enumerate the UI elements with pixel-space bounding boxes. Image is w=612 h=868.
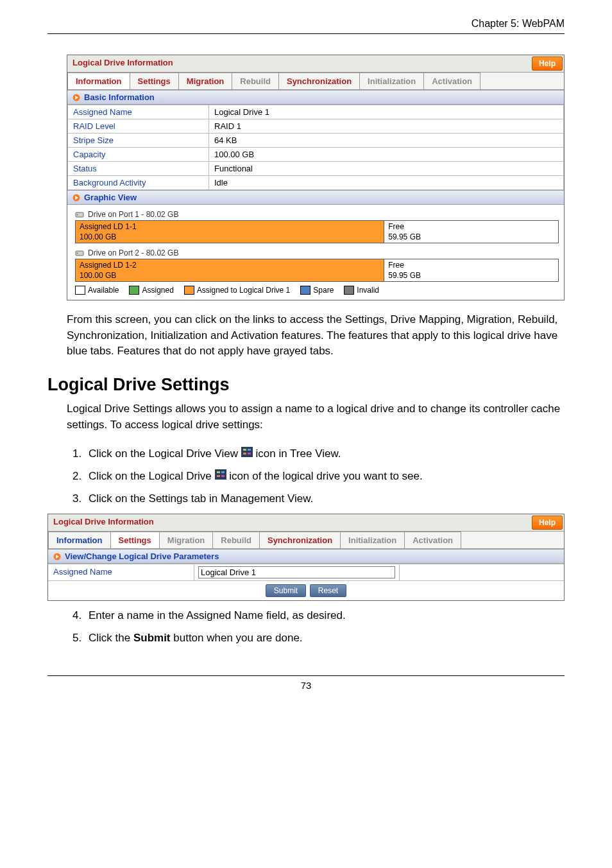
raid-level-value: RAID 1	[209, 119, 564, 134]
logical-drive-info-panel: Logical Drive Information Help Informati…	[67, 55, 565, 300]
assigned-ld-label: Assigned LD 1-1	[80, 222, 137, 231]
help-button[interactable]: Help	[532, 516, 563, 530]
tab-information[interactable]: Information	[48, 532, 111, 549]
tab-row: Information Settings Migration Rebuild S…	[67, 73, 564, 90]
view-change-section: View/Change Logical Drive Parameters	[48, 549, 564, 564]
logical-drive-icon	[215, 470, 230, 482]
assigned-ld-label: Assigned LD 1-2	[80, 261, 137, 270]
panel-title: Logical Drive Information	[48, 514, 531, 531]
body-paragraph: Logical Drive Settings allows you to ass…	[67, 401, 565, 433]
graphic-view-section: Graphic View	[67, 190, 564, 205]
step-text: icon of the logical drive you want to se…	[229, 470, 422, 482]
stripe-size-value: 64 KB	[209, 134, 564, 148]
tab-information[interactable]: Information	[67, 73, 130, 90]
steps-list: Enter a name in the Assigned Name field,…	[47, 606, 565, 648]
svg-rect-11	[215, 469, 226, 480]
step-text: Click the	[89, 632, 133, 644]
capacity-value: 100.00 GB	[209, 148, 564, 162]
help-button[interactable]: Help	[532, 56, 563, 71]
step-item: Click on the Logical Drive View icon in …	[85, 444, 565, 464]
tab-initialization[interactable]: Initialization	[341, 532, 405, 549]
free-size: 59.95 GB	[388, 232, 421, 241]
drive-header: Drive on Port 2 - 80.02 GB	[88, 248, 178, 257]
drive-row: Drive on Port 2 - 80.02 GB	[72, 246, 559, 259]
raid-level-label: RAID Level	[68, 119, 209, 134]
step-text: Click on the Logical Drive	[89, 470, 215, 482]
tab-migration[interactable]: Migration	[179, 73, 233, 90]
legend-invalid: Invalid	[357, 286, 379, 295]
svg-point-3	[77, 214, 78, 216]
svg-rect-6	[241, 447, 253, 457]
steps-list: Click on the Logical Drive View icon in …	[67, 444, 565, 508]
legend-assigned-current: Assigned to Logical Drive 1	[197, 286, 290, 295]
capacity-label: Capacity	[68, 148, 209, 162]
status-value: Functional	[209, 162, 564, 176]
drive-header: Drive on Port 1 - 80.02 GB	[88, 210, 178, 219]
free-segment: Free 59.95 GB	[384, 259, 558, 281]
svg-rect-15	[221, 475, 225, 477]
svg-rect-9	[243, 453, 246, 455]
tab-migration[interactable]: Migration	[160, 532, 214, 549]
legend-available: Available	[88, 286, 119, 295]
panel-title: Logical Drive Information	[67, 55, 531, 72]
svg-rect-14	[217, 475, 220, 477]
svg-rect-12	[217, 471, 220, 473]
assigned-ld-size: 100.00 GB	[80, 232, 116, 241]
logical-drive-view-icon	[241, 447, 256, 460]
free-segment: Free 59.95 GB	[384, 221, 558, 243]
swatch-spare	[300, 286, 310, 295]
svg-rect-7	[243, 449, 246, 451]
logical-drive-settings-panel: Logical Drive Information Help Informati…	[47, 514, 565, 601]
graphic-view-content: Drive on Port 1 - 80.02 GB Assigned LD 1…	[67, 205, 564, 300]
tab-activation[interactable]: Activation	[405, 532, 461, 549]
submit-button[interactable]: Submit	[266, 584, 306, 597]
reset-button[interactable]: Reset	[310, 584, 346, 597]
tab-activation[interactable]: Activation	[424, 73, 480, 90]
svg-rect-8	[248, 449, 251, 451]
basic-info-section: Basic Information	[67, 90, 564, 105]
swatch-assigned	[129, 286, 139, 295]
drive-icon	[75, 248, 84, 257]
tab-rebuild[interactable]: Rebuild	[232, 73, 279, 90]
allocation-bar: Assigned LD 1-2 100.00 GB Free 59.95 GB	[75, 259, 559, 282]
form-row: Assigned Name	[48, 564, 564, 580]
drive-icon	[75, 210, 84, 219]
step-item: Click on the Logical Drive icon of the l…	[85, 467, 565, 487]
bg-activity-label: Background Activity	[68, 176, 209, 190]
bg-activity-value: Idle	[209, 176, 564, 190]
step-bold: Submit	[133, 632, 171, 644]
tab-rebuild[interactable]: Rebuild	[213, 532, 260, 549]
svg-rect-13	[221, 471, 225, 473]
step-text: icon in Tree View.	[256, 447, 341, 460]
arrow-icon	[72, 194, 80, 202]
button-row: Submit Reset	[48, 580, 564, 600]
tab-synchronization[interactable]: Synchronization	[260, 532, 341, 549]
assigned-name-input[interactable]	[198, 566, 395, 578]
drive-row: Drive on Port 1 - 80.02 GB	[72, 207, 559, 220]
assigned-name-value: Logical Drive 1	[209, 105, 564, 119]
basic-info-label: Basic Information	[84, 92, 155, 102]
stripe-size-label: Stripe Size	[68, 134, 209, 148]
chapter-header: Chapter 5: WebPAM	[47, 18, 565, 34]
legend-assigned: Assigned	[142, 286, 173, 295]
swatch-assigned-current	[184, 286, 194, 295]
graphic-view-label: Graphic View	[84, 193, 137, 202]
arrow-icon	[72, 94, 80, 101]
status-label: Status	[68, 162, 209, 176]
assigned-name-label: Assigned Name	[48, 564, 194, 580]
tab-initialization[interactable]: Initialization	[360, 73, 424, 90]
page-number: 73	[47, 675, 565, 691]
svg-rect-10	[248, 453, 251, 455]
step-text: Click on the Logical Drive View	[89, 447, 241, 460]
tab-row: Information Settings Migration Rebuild S…	[48, 532, 564, 549]
assigned-ld-size: 100.00 GB	[80, 271, 116, 280]
tab-settings[interactable]: Settings	[111, 532, 160, 549]
free-label: Free	[388, 222, 404, 231]
arrow-icon	[53, 553, 61, 560]
swatch-available	[75, 286, 85, 295]
tab-synchronization[interactable]: Synchronization	[279, 73, 360, 90]
free-size: 59.95 GB	[388, 271, 421, 280]
step-item: Click on the Settings tab in Management …	[85, 489, 565, 509]
section-heading: Logical Drive Settings	[47, 375, 565, 395]
tab-settings[interactable]: Settings	[130, 73, 179, 90]
